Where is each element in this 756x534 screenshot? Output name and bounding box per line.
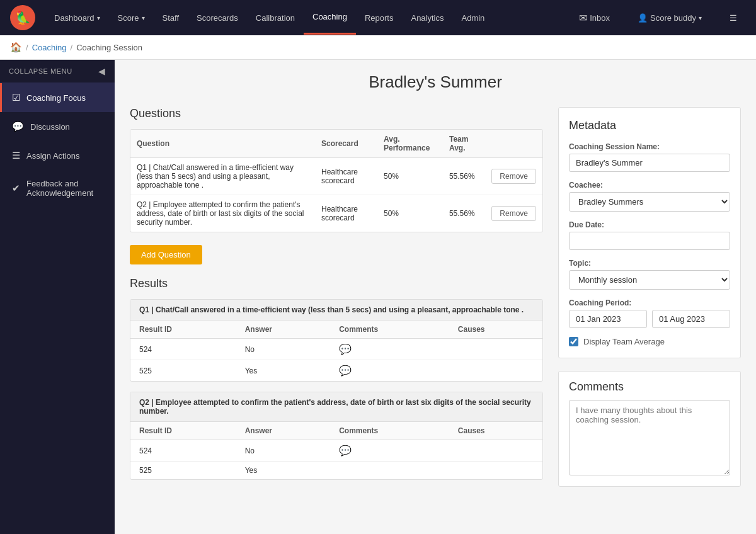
result-id: 525: [130, 360, 236, 382]
col-result-id: Result ID: [130, 321, 236, 339]
date-row: [569, 310, 730, 328]
display-team-avg-label: Display Team Average: [583, 337, 665, 346]
table-row: 524 No 💬: [130, 339, 542, 360]
nav-admin[interactable]: Admin: [453, 2, 494, 34]
chat-icon: 💬: [12, 121, 24, 132]
add-question-button[interactable]: Add Question: [130, 245, 202, 264]
metadata-heading: Metadata: [569, 119, 730, 132]
top-navigation: 🦜 Dashboard ▾ Score ▾ Staff Scorecards C…: [0, 0, 756, 35]
causes-cell: [449, 462, 542, 480]
checkbox-icon: ☑: [12, 92, 20, 103]
collapse-label: COLLAPSE MENU: [9, 67, 72, 75]
result-block-header-1: Q1 | Chat/Call answered in a time-effici…: [130, 300, 542, 321]
collapse-arrow-icon: ◀: [98, 66, 106, 76]
questions-table: Question Scorecard Avg. Performance Team…: [130, 130, 542, 232]
result-block-2: Q2 | Employee attempted to confirm the p…: [130, 392, 543, 480]
remove-button[interactable]: Remove: [491, 169, 536, 184]
col-avg-performance: Avg. Performance: [377, 130, 443, 158]
breadcrumb: 🏠 / Coaching / Coaching Session: [0, 35, 756, 60]
page-title: Bradley's Summer: [130, 72, 741, 92]
table-row: 525 Yes: [130, 462, 542, 480]
team-avg-value: 55.56%: [443, 158, 485, 195]
sidebar-item-feedback[interactable]: ✔ Feedback and Acknowledgement: [0, 170, 115, 207]
coaching-period-label: Coaching Period:: [569, 298, 730, 307]
score-buddy-button[interactable]: 👤 Score buddy ▾: [629, 2, 711, 34]
left-column: Questions Question Scorecard Avg. Perfor…: [130, 107, 543, 490]
nav-dashboard[interactable]: Dashboard ▾: [45, 2, 109, 34]
menu-icon-button[interactable]: ☰: [721, 2, 746, 34]
questions-card: Question Scorecard Avg. Performance Team…: [130, 129, 543, 232]
answer-value: Yes: [236, 462, 331, 480]
col-result-id: Result ID: [130, 422, 236, 440]
topic-select[interactable]: Monthly session Weekly session Annual Re…: [569, 270, 730, 290]
col-comments: Comments: [330, 321, 449, 339]
col-answer: Answer: [236, 321, 331, 339]
period-end-input[interactable]: [652, 310, 730, 328]
sidebar-item-assign-actions[interactable]: ☰ Assign Actions: [0, 141, 115, 170]
causes-cell: [449, 339, 542, 360]
nav-reports[interactable]: Reports: [356, 2, 403, 34]
collapse-menu-button[interactable]: COLLAPSE MENU ◀: [0, 60, 115, 83]
nav-staff[interactable]: Staff: [154, 2, 188, 34]
inbox-button[interactable]: ✉ Inbox: [570, 1, 619, 35]
scorecard-value: Healthcare scorecard: [315, 158, 377, 195]
two-column-layout: Questions Question Scorecard Avg. Perfor…: [130, 107, 741, 490]
check-icon: ✔: [12, 183, 20, 194]
col-causes: Causes: [449, 321, 542, 339]
nav-calibration[interactable]: Calibration: [247, 2, 304, 34]
comments-cell: 💬: [330, 339, 449, 360]
questions-heading: Questions: [130, 107, 543, 120]
user-icon: 👤: [638, 13, 648, 23]
logo[interactable]: 🦜: [10, 5, 35, 30]
coaching-period-group: Coaching Period:: [569, 298, 730, 328]
result-table-2: Result ID Answer Comments Causes 524 No …: [130, 422, 542, 479]
session-name-input[interactable]: [569, 154, 730, 172]
due-date-input[interactable]: [569, 232, 730, 250]
comment-icon[interactable]: 💬: [339, 445, 352, 456]
coachee-label: Coachee:: [569, 181, 730, 190]
col-comments: Comments: [330, 422, 449, 440]
answer-value: Yes: [236, 360, 331, 382]
right-column: Metadata Coaching Session Name: Coachee:…: [558, 107, 741, 487]
display-team-avg-checkbox[interactable]: [569, 337, 578, 346]
col-answer: Answer: [236, 422, 331, 440]
main-content: Bradley's Summer Questions Question Scor…: [115, 60, 756, 534]
remove-button[interactable]: Remove: [491, 206, 536, 221]
nav-analytics[interactable]: Analytics: [402, 2, 452, 34]
nav-score[interactable]: Score ▾: [109, 2, 154, 34]
result-id: 524: [130, 440, 236, 462]
comments-textarea[interactable]: [569, 400, 730, 475]
col-scorecard: Scorecard: [315, 130, 377, 158]
causes-cell: [449, 440, 542, 462]
comments-card: Comments: [558, 371, 741, 487]
sidebar-item-label: Assign Actions: [26, 151, 80, 161]
nav-items: Dashboard ▾ Score ▾ Staff Scorecards Cal…: [45, 1, 568, 35]
result-id: 524: [130, 339, 236, 360]
answer-value: No: [236, 440, 331, 462]
scorecard-value: Healthcare scorecard: [315, 195, 377, 232]
home-icon[interactable]: 🏠: [10, 42, 22, 53]
table-row: 524 No 💬: [130, 440, 542, 462]
period-start-input[interactable]: [569, 310, 647, 328]
breadcrumb-coaching[interactable]: Coaching: [32, 43, 67, 52]
comment-icon[interactable]: 💬: [339, 344, 352, 355]
remove-cell: Remove: [485, 158, 542, 195]
result-table-1: Result ID Answer Comments Causes 524 No …: [130, 321, 542, 381]
question-text: Q1 | Chat/Call answered in a time-effici…: [130, 158, 315, 195]
sidebar-item-discussion[interactable]: 💬 Discussion: [0, 112, 115, 141]
display-team-avg-row: Display Team Average: [569, 337, 730, 346]
hamburger-icon: ☰: [730, 13, 737, 23]
sidebar-item-label: Coaching Focus: [26, 93, 86, 103]
avg-performance-value: 50%: [377, 158, 443, 195]
topic-group: Topic: Monthly session Weekly session An…: [569, 259, 730, 290]
coachee-select[interactable]: Bradley Summers: [569, 192, 730, 212]
sidebar-item-coaching-focus[interactable]: ☑ Coaching Focus: [0, 83, 115, 112]
causes-cell: [449, 360, 542, 382]
comments-heading: Comments: [569, 380, 730, 394]
nav-scorecards[interactable]: Scorecards: [188, 2, 247, 34]
comments-cell: 💬: [330, 440, 449, 462]
answer-value: No: [236, 339, 331, 360]
due-date-group: Due Date:: [569, 220, 730, 250]
comment-icon[interactable]: 💬: [339, 365, 352, 376]
nav-coaching[interactable]: Coaching: [304, 1, 356, 35]
